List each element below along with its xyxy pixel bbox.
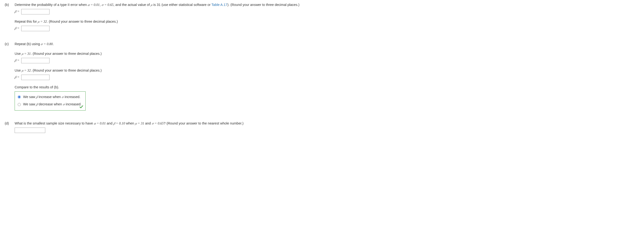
table-link[interactable]: Table A.17: [212, 3, 228, 7]
part-d: (d) What is the smallest sample size nec…: [5, 121, 639, 133]
d-answer: [14, 128, 639, 133]
part-d-body: What is the smallest sample size necessa…: [14, 121, 639, 133]
beta-eq-1: 𝛽 =: [14, 10, 19, 13]
checkmark-icon: [79, 105, 84, 109]
radio-decrease-label[interactable]: We saw 𝛽 decrease when 𝜎 increased.: [23, 102, 82, 107]
c-use31-post: . (Round your answer to three decimal pl…: [31, 52, 102, 56]
c-use32-pre: Use: [14, 68, 22, 72]
opt1-mid: increase when: [38, 95, 62, 99]
beta-input-c-32[interactable]: [21, 75, 50, 80]
c-prompt-pre: Repeat (b) using: [14, 42, 41, 46]
radio-increase[interactable]: [18, 95, 21, 98]
b-tail: ). (Round your answer to three decimal p…: [227, 3, 299, 7]
beta-eq-3: 𝛽 =: [14, 58, 19, 62]
opt2-mid: decrease when: [38, 102, 63, 106]
c-use31-mu: 𝜇 = 31: [22, 52, 31, 56]
d-sep1: and: [106, 122, 113, 125]
d-mu: 𝜇 = 31: [135, 122, 144, 125]
d-beta: 𝛽 = 0.10: [114, 122, 125, 125]
beta-input-b-31[interactable]: [21, 9, 50, 15]
b-repeat-post: . (Round your answer to three decimal pl…: [47, 20, 118, 23]
beta-input-b-32[interactable]: [21, 26, 50, 31]
part-b-block1: Determine the probability of a type II e…: [14, 2, 639, 15]
b-text-1: Determine the probability of a type II e…: [14, 3, 88, 7]
opt2-sigma: 𝜎: [63, 102, 65, 106]
radio-increase-label[interactable]: We saw 𝛽 increase when 𝜎 increased.: [23, 94, 80, 100]
b-sep2: , and the actual value of: [114, 3, 151, 7]
radio-row-decrease: We saw 𝛽 decrease when 𝜎 increased.: [18, 102, 82, 107]
d-prompt: What is the smallest sample size necessa…: [14, 121, 639, 126]
c-sigma: 𝜎 = 0.80: [41, 42, 52, 46]
part-c-label: (c): [5, 42, 14, 47]
d-sigma: 𝜎 = 0.65: [152, 122, 164, 125]
d-sep3: and: [144, 122, 152, 125]
d-pre: What is the smallest sample size necessa…: [14, 122, 94, 125]
c-use32-mu: 𝜇 = 32: [22, 68, 31, 72]
b-repeat-pre: Repeat this for: [14, 20, 38, 23]
b-alpha: 𝛼 = 0.01: [88, 3, 100, 7]
n-input-d[interactable]: [14, 128, 45, 133]
part-c: (c) Repeat (b) using 𝜎 = 0.80. Use 𝜇 = 3…: [5, 42, 639, 115]
beta-eq-4: 𝛽 =: [14, 75, 19, 79]
c-answer-32: 𝛽 =: [14, 75, 639, 80]
part-c-body: Repeat (b) using 𝜎 = 0.80. Use 𝜇 = 31. (…: [14, 42, 639, 115]
b-repeat-mu: 𝜇 = 32: [38, 20, 47, 23]
radio-row-increase: We saw 𝛽 increase when 𝜎 increased.: [18, 94, 82, 100]
opt2-pre: We saw: [23, 102, 36, 106]
radio-decrease[interactable]: [18, 103, 21, 106]
b-sep3: is 31 (use either statistical software o…: [152, 3, 211, 7]
part-d-label: (d): [5, 121, 14, 126]
c-block-31: Use 𝜇 = 31. (Round your answer to three …: [14, 51, 639, 63]
opt1-sigma: 𝜎: [62, 95, 64, 99]
b-sep1: ,: [100, 3, 102, 7]
b-answer-1: 𝛽 =: [14, 9, 639, 15]
d-alpha: 𝛼 = 0.01: [94, 122, 106, 125]
compare-radio-group: We saw 𝛽 increase when 𝜎 increased. We s…: [14, 91, 86, 111]
part-b-body: Determine the probability of a type II e…: [14, 2, 639, 36]
c-answer-31: 𝛽 =: [14, 58, 639, 63]
d-sep2: when: [125, 122, 135, 125]
part-b-block2: Repeat this for 𝜇 = 32. (Round your answ…: [14, 19, 639, 31]
part-b-label: (b): [5, 2, 14, 8]
c-use32-post: . (Round your answer to three decimal pl…: [31, 68, 102, 72]
b-answer-2: 𝛽 =: [14, 26, 639, 31]
c-compare-text: Compare to the results of (b).: [14, 85, 639, 90]
c-use31-pre: Use: [14, 52, 22, 56]
c-prompt: Repeat (b) using 𝜎 = 0.80.: [14, 42, 639, 47]
beta-eq-2: 𝛽 =: [14, 26, 19, 30]
c-compare-block: Compare to the results of (b). We saw 𝛽 …: [14, 85, 639, 110]
c-prompt-post: .: [53, 42, 54, 46]
beta-input-c-31[interactable]: [21, 58, 50, 63]
b-sigma: 𝜎 = 0.65: [102, 3, 114, 7]
c-block-32: Use 𝜇 = 32. (Round your answer to three …: [14, 68, 639, 80]
part-b: (b) Determine the probability of a type …: [5, 2, 639, 36]
d-tail: ? (Round your answer to the nearest whol…: [164, 122, 244, 125]
opt1-post: increased.: [64, 95, 80, 99]
opt1-pre: We saw: [23, 95, 36, 99]
